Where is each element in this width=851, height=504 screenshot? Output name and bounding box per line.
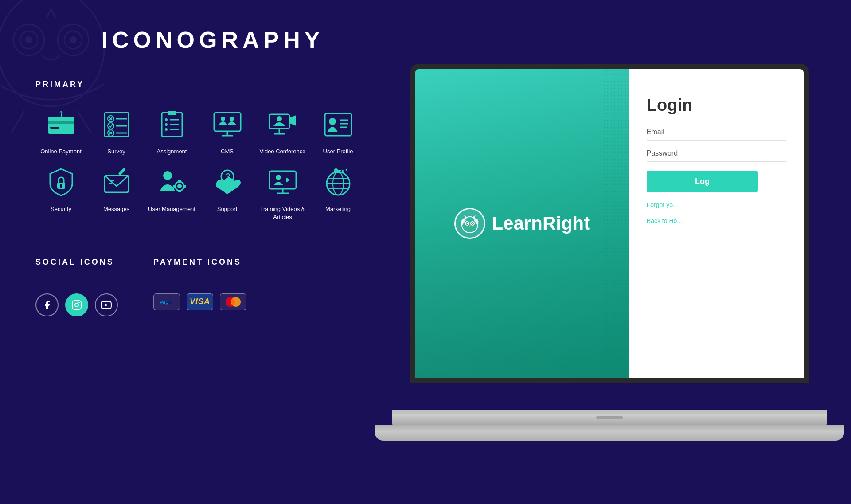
login-title: Login [647, 96, 786, 115]
svg-marker-36 [289, 115, 296, 126]
svg-rect-58 [183, 185, 186, 188]
icon-item-user-profile: User Profile [312, 107, 363, 156]
login-button[interactable]: Log [647, 171, 758, 192]
messages-icon-box [99, 164, 134, 200]
support-label: Support [217, 205, 238, 213]
user-profile-label: User Profile [323, 148, 353, 156]
primary-icons-grid: Online Payment [35, 107, 363, 222]
svg-text:?: ? [226, 172, 230, 181]
icon-item-user-management: User Management [146, 164, 197, 221]
user-management-label: User Management [148, 205, 195, 213]
svg-point-71 [334, 168, 338, 172]
marketing-icon-box: ✦ ✦ [320, 164, 356, 200]
mastercard-icon [220, 293, 246, 310]
password-label: Password [647, 149, 786, 157]
svg-rect-61 [269, 171, 296, 189]
svg-point-32 [230, 117, 234, 121]
svg-point-54 [177, 184, 182, 188]
icon-item-messages: Messages [91, 164, 142, 221]
svg-rect-29 [168, 111, 176, 115]
svg-point-27 [165, 128, 168, 131]
svg-rect-55 [178, 180, 181, 183]
svg-point-23 [165, 118, 168, 121]
video-conference-label: Video Conference [260, 148, 306, 156]
security-label: Security [51, 205, 71, 213]
bottom-sections: SOCIAL ICONS PAYMENT ICONS Pa [35, 258, 363, 316]
password-input-line [647, 161, 786, 162]
laptop-screen: LearnRight Login Email Password Log [410, 64, 809, 383]
assignment-icon [156, 109, 187, 140]
laptop-bottom-stand [375, 425, 844, 441]
svg-rect-56 [178, 190, 181, 192]
instagram-icon[interactable] [65, 293, 88, 316]
training-videos-icon-box [265, 164, 301, 200]
messages-label: Messages [103, 205, 129, 213]
svg-point-62 [276, 175, 281, 180]
svg-point-25 [165, 123, 168, 126]
email-field: Email [647, 128, 786, 141]
icon-item-support: ? Support [202, 164, 253, 221]
paypal-icon: Pay Pal [153, 293, 180, 310]
password-field: Password [647, 149, 786, 162]
cms-label: CMS [221, 148, 234, 156]
icon-item-online-payment: Online Payment [35, 107, 86, 156]
user-management-icon [156, 167, 187, 198]
user-management-icon-box [154, 164, 190, 200]
assignment-label: Assignment [157, 148, 187, 156]
security-icon-box [43, 164, 79, 200]
payment-icons-row: Pay Pal VISA [153, 293, 246, 310]
back-to-home-link[interactable]: Back to Ho... [647, 217, 786, 224]
laptop: LearnRight Login Email Password Log [375, 64, 840, 463]
facebook-icon[interactable] [35, 293, 59, 316]
screen-left-panel: LearnRight [415, 69, 629, 378]
svg-point-88 [472, 223, 473, 224]
svg-point-37 [277, 116, 282, 121]
online-payment-icon-box [43, 107, 79, 142]
owl-logo [454, 208, 485, 239]
social-section-label: SOCIAL ICONS [35, 258, 118, 267]
svg-marker-63 [286, 177, 290, 183]
svg-text:✦: ✦ [340, 168, 345, 174]
svg-rect-8 [48, 121, 74, 124]
svg-rect-57 [173, 185, 176, 188]
user-profile-icon [323, 109, 354, 140]
online-payment-label: Online Payment [40, 148, 82, 156]
online-payment-icon [46, 109, 77, 140]
support-icon-box: ? [210, 164, 245, 200]
forgot-password-link[interactable]: Forgot yo... [647, 201, 786, 208]
svg-marker-77 [105, 304, 108, 306]
survey-icon [101, 109, 132, 140]
svg-point-75 [75, 303, 78, 307]
youtube-icon[interactable] [95, 293, 118, 316]
marketing-icon: ✦ ✦ [323, 167, 354, 198]
payment-icons-section: PAYMENT ICONS Pay Pal VISA [153, 258, 246, 316]
training-videos-label: Training Videos & Articles [257, 205, 308, 221]
cms-icon-box [210, 107, 245, 142]
svg-text:✦: ✦ [345, 168, 348, 172]
security-icon [46, 167, 77, 198]
assignment-icon-box [154, 107, 190, 142]
svg-rect-74 [72, 301, 81, 309]
laptop-screen-inner: LearnRight Login Email Password Log [415, 69, 804, 378]
page-title: ICONOGRAPHY [62, 27, 363, 53]
social-icons-section: SOCIAL ICONS [35, 258, 118, 316]
svg-point-31 [221, 117, 225, 121]
svg-marker-89 [469, 225, 471, 227]
email-input-line [647, 140, 786, 141]
svg-rect-51 [118, 168, 125, 176]
video-conference-icon [267, 109, 298, 140]
svg-point-41 [329, 118, 336, 125]
support-icon: ? [212, 167, 243, 198]
marketing-label: Marketing [325, 205, 351, 213]
icon-item-cms: CMS [202, 107, 253, 156]
icon-item-training-videos: Training Videos & Articles [257, 164, 308, 221]
primary-section-label: PRIMARY [35, 80, 363, 89]
icon-item-marketing: ✦ ✦ Marketing [312, 164, 363, 221]
icon-item-survey: Survey [91, 107, 142, 156]
svg-point-87 [466, 223, 468, 224]
messages-icon [101, 167, 132, 198]
icon-item-security: Security [35, 164, 86, 221]
svg-point-76 [78, 302, 80, 303]
email-label: Email [647, 128, 786, 136]
svg-rect-7 [48, 117, 74, 134]
